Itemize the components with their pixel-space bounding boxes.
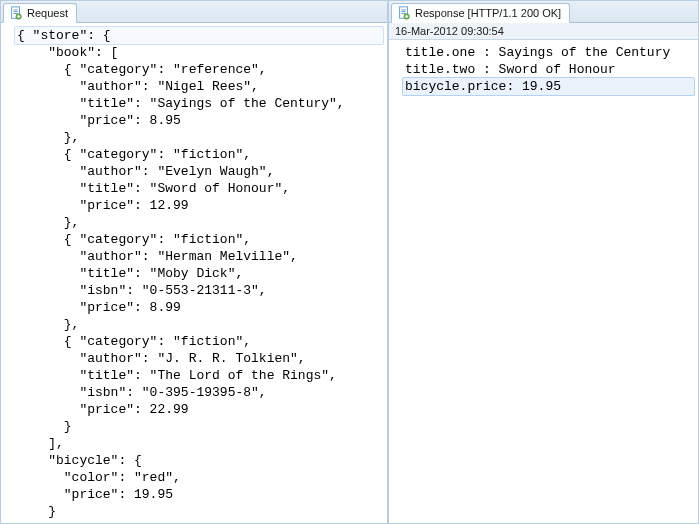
request-panel: Request { "store": { "book": [ { "catego… (0, 0, 388, 524)
code-line[interactable]: "isbn": "0-395-19395-8", (15, 384, 383, 401)
code-line[interactable]: "book": [ (15, 44, 383, 61)
code-line[interactable]: { "category": "fiction", (15, 231, 383, 248)
request-tabbar: Request (1, 1, 387, 23)
code-line[interactable]: } (15, 418, 383, 435)
code-line[interactable]: { "store": { (14, 26, 384, 45)
page-icon (9, 6, 23, 20)
request-tab-label: Request (27, 7, 68, 19)
code-line[interactable]: title.one : Sayings of the Century (403, 44, 694, 61)
code-line[interactable]: }, (15, 214, 383, 231)
response-timestamp: 16-Mar-2012 09:30:54 (389, 23, 698, 40)
code-line[interactable]: } (15, 503, 383, 520)
code-line[interactable]: "title": "The Lord of the Rings", (15, 367, 383, 384)
svg-rect-6 (401, 10, 405, 11)
request-content[interactable]: { "store": { "book": [ { "category": "re… (1, 23, 387, 523)
code-line[interactable]: "author": "Evelyn Waugh", (15, 163, 383, 180)
code-line[interactable]: "bicycle": { (15, 452, 383, 469)
code-line[interactable]: "color": "red", (15, 469, 383, 486)
code-line[interactable]: "price": 22.99 (15, 401, 383, 418)
code-line[interactable]: "author": "Herman Melville", (15, 248, 383, 265)
code-line[interactable]: "title": "Moby Dick", (15, 265, 383, 282)
code-line[interactable]: ], (15, 435, 383, 452)
code-line[interactable]: "price": 12.99 (15, 197, 383, 214)
code-line[interactable]: }, (15, 129, 383, 146)
svg-rect-1 (13, 10, 17, 11)
response-code[interactable]: title.one : Sayings of the Centurytitle.… (389, 40, 698, 99)
request-tab[interactable]: Request (3, 3, 77, 23)
response-tab-label: Response [HTTP/1.1 200 OK] (415, 7, 561, 19)
svg-rect-2 (13, 11, 17, 12)
svg-rect-7 (401, 11, 405, 12)
svg-rect-3 (13, 13, 17, 14)
code-line[interactable]: bicycle.price: 19.95 (402, 77, 695, 96)
response-tabbar: Response [HTTP/1.1 200 OK] (389, 1, 698, 23)
code-line[interactable]: }, (15, 316, 383, 333)
code-line[interactable]: "isbn": "0-553-21311-3", (15, 282, 383, 299)
svg-rect-8 (401, 13, 405, 14)
code-line[interactable]: "author": "Nigel Rees", (15, 78, 383, 95)
code-line[interactable]: { "category": "fiction", (15, 146, 383, 163)
code-line[interactable]: "title": "Sword of Honour", (15, 180, 383, 197)
response-content[interactable]: title.one : Sayings of the Centurytitle.… (389, 40, 698, 523)
response-panel: Response [HTTP/1.1 200 OK] 16-Mar-2012 0… (388, 0, 699, 524)
code-line[interactable]: "price": 19.95 (15, 486, 383, 503)
page-icon (397, 6, 411, 20)
code-line[interactable]: { "category": "reference", (15, 61, 383, 78)
response-tab[interactable]: Response [HTTP/1.1 200 OK] (391, 3, 570, 23)
code-line[interactable]: "price": 8.99 (15, 299, 383, 316)
code-line[interactable]: "title": "Sayings of the Century", (15, 95, 383, 112)
code-line[interactable]: "price": 8.95 (15, 112, 383, 129)
code-line[interactable]: { "category": "fiction", (15, 333, 383, 350)
code-line[interactable]: "author": "J. R. R. Tolkien", (15, 350, 383, 367)
request-code[interactable]: { "store": { "book": [ { "category": "re… (1, 23, 387, 523)
code-line[interactable]: title.two : Sword of Honour (403, 61, 694, 78)
